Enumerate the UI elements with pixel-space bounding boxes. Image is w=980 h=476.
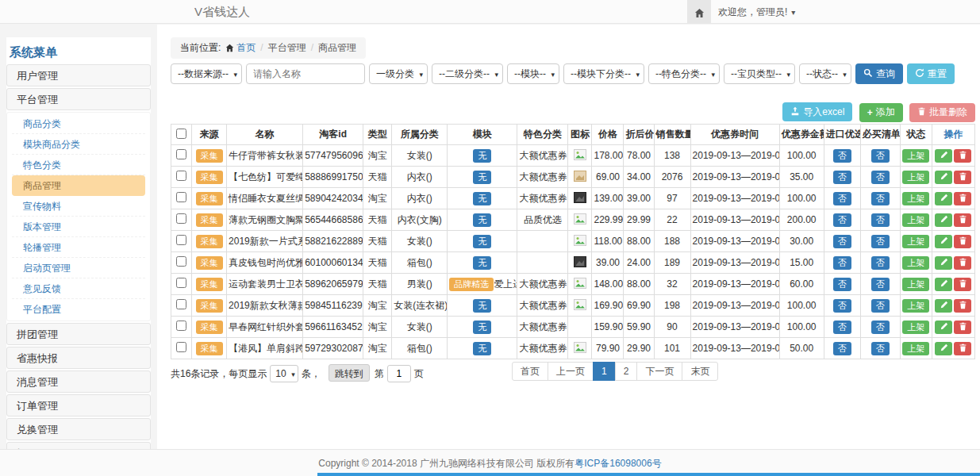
row-checkbox[interactable] [176,171,186,181]
delete-button[interactable] [954,321,971,334]
import-select-toggle[interactable]: 否 [833,213,851,227]
status-badge[interactable]: 上架 [902,342,929,355]
page-button-2[interactable]: 2 [615,362,638,381]
row-checkbox[interactable] [176,342,186,352]
reset-button[interactable]: 重置 [907,63,955,84]
edit-button[interactable] [935,256,952,270]
status-badge[interactable]: 上架 [902,299,929,313]
must-buy-toggle[interactable]: 否 [871,192,890,205]
sidebar-item[interactable]: 商品管理 [12,175,145,196]
delete-button[interactable] [954,171,971,184]
must-buy-toggle[interactable]: 否 [871,342,890,355]
must-buy-toggle[interactable]: 否 [871,278,890,291]
status-badge[interactable]: 上架 [902,235,929,248]
edit-button[interactable] [935,321,952,334]
filter-select-3[interactable]: --模块下分类--▾ [563,63,644,84]
must-buy-toggle[interactable]: 否 [871,321,890,334]
delete-button[interactable] [954,342,971,355]
per-page-select[interactable]: 10▾ [270,365,298,382]
import-select-toggle[interactable]: 否 [833,342,851,355]
edit-button[interactable] [935,171,952,184]
row-checkbox[interactable] [176,213,186,224]
row-checkbox[interactable] [176,235,186,245]
edit-button[interactable] [935,213,952,227]
must-buy-toggle[interactable]: 否 [871,213,890,227]
page-button-下一页[interactable]: 下一页 [636,362,682,381]
must-buy-toggle[interactable]: 否 [871,256,890,270]
sidebar-group-3[interactable]: 省惠快报 [6,347,151,369]
add-button[interactable]: + 添加 [859,103,903,122]
page-button-首页[interactable]: 首页 [512,362,548,381]
delete-button[interactable] [954,149,971,163]
import-select-toggle[interactable]: 否 [833,321,851,334]
import-select-toggle[interactable]: 否 [833,235,851,248]
sidebar-item[interactable]: 版本管理 [12,217,145,237]
row-checkbox[interactable] [176,321,186,331]
import-select-toggle[interactable]: 否 [833,192,851,205]
filter-select-1[interactable]: --二级分类--▾ [432,63,503,84]
edit-button[interactable] [935,278,952,291]
must-buy-toggle[interactable]: 否 [871,235,890,248]
sidebar-group-2[interactable]: 拼团管理 [6,323,151,345]
sidebar-item[interactable]: 特色分类 [12,155,145,175]
row-checkbox[interactable] [176,278,186,288]
delete-button[interactable] [954,278,971,291]
import-select-toggle[interactable]: 否 [833,149,851,163]
edit-button[interactable] [935,192,952,205]
user-menu[interactable]: 欢迎您，管理员!▾ [718,0,795,25]
edit-button[interactable] [935,299,952,313]
delete-button[interactable] [954,256,971,270]
filter-select-5[interactable]: --宝贝类型--▾ [724,63,795,84]
filter-select-0[interactable]: 一级分类▾ [369,63,428,84]
sidebar-group-6[interactable]: 兑换管理 [6,418,151,440]
row-checkbox[interactable] [176,149,186,159]
delete-button[interactable] [954,299,971,313]
status-badge[interactable]: 上架 [902,171,929,184]
delete-button[interactable] [954,192,971,205]
status-badge[interactable]: 上架 [902,321,929,334]
name-search-input[interactable] [246,63,365,84]
sidebar-item[interactable]: 平台配置 [12,299,145,320]
must-buy-toggle[interactable]: 否 [871,149,890,163]
sidebar-group-1[interactable]: 平台管理 [6,88,151,110]
edit-button[interactable] [935,342,952,355]
import-excel-button[interactable]: 导入excel [782,102,852,121]
status-badge[interactable]: 上架 [902,256,929,270]
sidebar-group-5[interactable]: 订单管理 [6,394,151,416]
jump-page-input[interactable] [387,365,411,382]
home-button[interactable] [687,0,711,24]
must-buy-toggle[interactable]: 否 [871,171,890,184]
row-checkbox[interactable] [176,192,186,202]
import-select-toggle[interactable]: 否 [833,278,851,291]
row-checkbox[interactable] [176,299,186,309]
sidebar-group-4[interactable]: 消息管理 [6,370,151,393]
page-button-1[interactable]: 1 [593,362,616,381]
status-badge[interactable]: 上架 [902,278,929,291]
status-badge[interactable]: 上架 [902,213,929,227]
delete-button[interactable] [954,213,971,227]
import-select-toggle[interactable]: 否 [833,299,851,313]
status-badge[interactable]: 上架 [902,192,929,205]
icp-link[interactable]: 粤ICP备16098006号 [575,458,661,469]
filter-select-2[interactable]: --模块--▾ [507,63,559,84]
select-all-checkbox[interactable] [176,129,186,139]
jump-button[interactable]: 跳转到 [329,364,370,382]
edit-button[interactable] [935,235,952,248]
sidebar-group-0[interactable]: 用户管理 [6,64,151,86]
row-checkbox[interactable] [176,256,186,267]
batch-delete-button[interactable]: 批量删除 [909,103,975,122]
filter-select-4[interactable]: --特色分类--▾ [648,63,720,84]
page-button-末页[interactable]: 末页 [682,362,718,381]
sidebar-item[interactable]: 商品分类 [12,113,145,134]
page-button-上一页[interactable]: 上一页 [548,362,594,381]
edit-button[interactable] [935,149,952,163]
search-button[interactable]: 查询 [855,63,903,84]
import-select-toggle[interactable]: 否 [833,256,851,270]
import-select-toggle[interactable]: 否 [833,171,851,184]
delete-button[interactable] [954,235,971,248]
must-buy-toggle[interactable]: 否 [871,299,890,313]
sidebar-item[interactable]: 轮播管理 [12,237,145,258]
filter-select-6[interactable]: --状态--▾ [799,63,851,84]
sidebar-item[interactable]: 启动页管理 [12,258,145,278]
horizontal-scrollbar-thumb[interactable] [317,473,980,476]
